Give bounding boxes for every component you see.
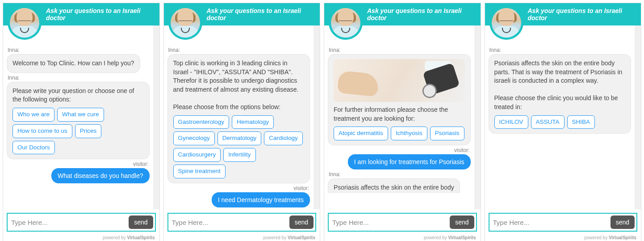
sender-label-bot: Inna: <box>8 47 149 53</box>
chat-scroll-area[interactable]: Inna: For further information please cho… <box>324 25 481 209</box>
quick-reply-chip[interactable]: Gastroenterology <box>173 115 230 129</box>
message-input[interactable] <box>11 219 129 226</box>
footer-brand: VirtualSpirits <box>609 235 636 240</box>
user-message: I need Dermatology treatments <box>212 192 310 207</box>
chat-header: Ask your questions to an Israeli doctor <box>324 3 481 25</box>
quick-reply-chip[interactable]: Prices <box>75 124 102 138</box>
bot-message: Please write your question or choose one… <box>7 82 150 160</box>
bot-message: Top clinic is working in 3 leading clini… <box>167 54 310 183</box>
quick-reply-chip[interactable]: Spine treatment <box>173 165 226 178</box>
footer-brand: VirtualSpirits <box>127 235 155 240</box>
quick-reply-row: Gastroenterology Hematology Gynecology D… <box>173 115 305 179</box>
footer: powered by VirtualSpirits <box>485 235 641 241</box>
quick-reply-chip[interactable]: ICHILOV <box>494 115 528 129</box>
message-input[interactable] <box>332 219 450 226</box>
quick-reply-chip[interactable]: Infertility <box>223 148 255 162</box>
scrollbar-thumb[interactable] <box>154 45 159 68</box>
sender-label-bot: Inna: <box>168 47 309 53</box>
chat-widget-4: Ask your questions to an Israeli doctor … <box>485 3 642 241</box>
quick-reply-row: ICHILOV ASSUTA SHIBA <box>494 115 626 129</box>
message-input[interactable] <box>172 219 289 226</box>
chat-scroll-area[interactable]: Inna: Top clinic is working in 3 leading… <box>164 25 320 209</box>
chat-scroll-area[interactable]: Inna: Welcome to Top Clinic. How can I h… <box>3 25 159 209</box>
quick-reply-chip[interactable]: Who we are <box>13 108 54 122</box>
send-button[interactable]: send <box>289 216 314 229</box>
chat-header: Ask your questions to an Israeli doctor <box>485 3 641 25</box>
quick-reply-chip[interactable]: Hematology <box>232 115 274 129</box>
quick-reply-chip[interactable]: How to come to us <box>13 124 72 138</box>
header-title: Ask your questions to an Israeli doctor <box>46 7 159 21</box>
bot-message-text: Top clinic is working in 3 leading clini… <box>173 59 299 93</box>
quick-reply-chip[interactable]: SHIBA <box>567 115 595 129</box>
footer-powered: powered by <box>103 235 126 240</box>
input-row: send <box>7 213 156 232</box>
bot-message: Welcome to Top Clinic. How can I help yo… <box>7 54 140 73</box>
bot-message-prompt: Please choose from the options below: <box>173 103 280 110</box>
bot-message-text: Psoriasis affects the skin on the entire… <box>494 59 623 84</box>
quick-reply-chip[interactable]: Atopic dermatitis <box>334 127 388 140</box>
scrollbar-thumb[interactable] <box>314 75 319 102</box>
quick-reply-chip[interactable]: Our Doctors <box>13 141 55 155</box>
user-message: I am looking for treatments for Psoriasi… <box>348 154 471 169</box>
sender-label-bot: Inna: <box>8 75 149 81</box>
footer: powered by VirtualSpirits <box>3 235 159 241</box>
chat-widget-2: Ask your questions to an Israeli doctor … <box>163 3 321 241</box>
footer: powered by VirtualSpirits <box>324 235 481 241</box>
message-input[interactable] <box>493 219 611 226</box>
quick-reply-chip[interactable]: Psoriasis <box>430 127 464 140</box>
footer-powered: powered by <box>424 235 447 240</box>
input-row: send <box>489 213 638 232</box>
quick-reply-chip[interactable]: What we cure <box>57 108 104 122</box>
chat-scroll-area[interactable]: Inna: Psoriasis affects the skin on the … <box>485 25 641 209</box>
send-button[interactable]: send <box>611 216 635 229</box>
chat-widget-3: Ask your questions to an Israeli doctor … <box>324 3 481 241</box>
input-row: send <box>328 213 477 232</box>
input-row: send <box>167 213 317 232</box>
send-button[interactable]: send <box>129 216 153 229</box>
footer-powered: powered by <box>584 235 607 240</box>
dermatology-image <box>334 59 465 102</box>
sender-label-visitor: visitor: <box>168 185 309 191</box>
chat-header: Ask your questions to an Israeli doctor <box>164 3 320 25</box>
header-title: Ask your questions to an Israeli doctor <box>207 7 320 21</box>
quick-reply-chip[interactable]: ASSUTA <box>531 115 565 129</box>
sender-label-bot: Inna: <box>329 47 470 53</box>
bot-message-prompt: Please choose the clinic you would like … <box>494 94 618 110</box>
sender-label-bot: Inna: <box>489 47 631 53</box>
chat-widget-1: Ask your questions to an Israeli doctor … <box>3 3 160 241</box>
footer: powered by VirtualSpirits <box>164 235 320 241</box>
scrollbar-thumb[interactable] <box>475 60 480 85</box>
quick-reply-chip[interactable]: Dermatology <box>217 131 262 145</box>
sender-label-visitor: visitor: <box>329 147 470 153</box>
quick-reply-chip[interactable]: Cardiosurgery <box>173 148 221 162</box>
quick-reply-row: Atopic dermatitis Ichthyosis Psoriasis <box>334 127 465 140</box>
chat-header: Ask your questions to an Israeli doctor <box>3 3 159 25</box>
footer-powered: powered by <box>263 235 286 240</box>
user-message: What diseases do you handle? <box>51 168 149 183</box>
quick-reply-row: Who we are What we cure How to come to u… <box>13 108 144 155</box>
footer-brand: VirtualSpirits <box>448 235 476 240</box>
bot-message-text: For further information please choose th… <box>334 106 448 122</box>
quick-reply-chip[interactable]: Gynecology <box>173 131 215 145</box>
header-title: Ask your questions to an Israeli doctor <box>367 7 481 21</box>
header-title: Ask your questions to an Israeli doctor <box>528 7 641 21</box>
bot-message-text: Please write your question or choose one… <box>13 87 134 103</box>
sender-label-visitor: visitor: <box>8 161 149 167</box>
bot-message: Psoriasis affects the skin on the entire… <box>489 54 631 134</box>
bot-message-cut: Psoriasis affects the skin on the entire… <box>328 178 460 193</box>
send-button[interactable]: send <box>450 216 474 229</box>
quick-reply-chip[interactable]: Ichthyosis <box>391 127 427 140</box>
sender-label-bot: Inna: <box>329 171 470 178</box>
bot-message: For further information please choose th… <box>328 54 471 145</box>
quick-reply-chip[interactable]: Cardiology <box>264 131 303 145</box>
footer-brand: VirtualSpirits <box>288 235 315 240</box>
